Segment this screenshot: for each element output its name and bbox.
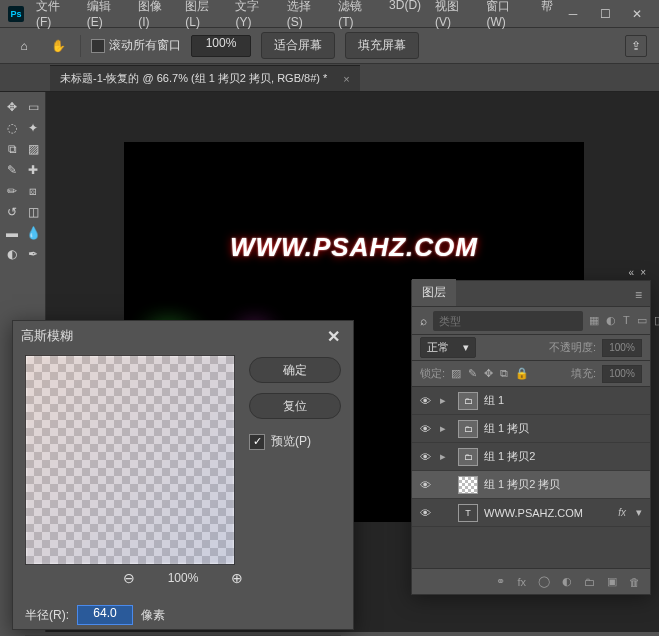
wand-tool-icon[interactable]: ✦ [24,119,42,137]
minimize-button[interactable]: ─ [559,4,587,24]
filter-type-icons[interactable]: ▦ ◐ T ▭ ◫ [589,314,659,327]
window-controls: ─ ☐ ✕ [559,4,651,24]
panel-collapse-controls[interactable]: «× [629,267,646,278]
preview-checkbox[interactable]: ✓ 预览(P) [249,433,341,450]
layer-thumbnail [458,476,478,494]
expand-icon[interactable]: ▸ [440,450,452,463]
close-button[interactable]: ✕ [623,4,651,24]
panel-menu-icon[interactable]: ≡ [627,284,650,306]
frame-tool-icon[interactable]: ▨ [24,140,42,158]
group-icon[interactable]: 🗀 [584,576,595,588]
blend-mode-select[interactable]: 正常▾ [420,337,476,358]
tab-close-icon[interactable]: × [343,73,349,85]
filter-text-icon[interactable]: T [623,314,630,327]
filter-pixel-icon[interactable]: ▦ [589,314,599,327]
filter-adjust-icon[interactable]: ◐ [606,314,616,327]
stamp-tool-icon[interactable]: ⧇ [24,182,42,200]
zoom-input[interactable]: 100% [191,35,251,57]
expand-icon[interactable]: ▸ [440,394,452,407]
maximize-button[interactable]: ☐ [591,4,619,24]
ok-button[interactable]: 确定 [249,357,341,383]
layer-filter-input[interactable] [433,311,583,331]
menu-edit[interactable]: 编辑(E) [81,0,130,33]
menu-text[interactable]: 文字(Y) [229,0,278,33]
lock-position-icon[interactable]: ✥ [484,367,493,380]
layer-row[interactable]: 👁 ▸ 🗀 组 1 [412,387,650,415]
separator [80,35,81,57]
lock-transparent-icon[interactable]: ▨ [451,367,461,380]
move-tool-icon[interactable]: ✥ [3,98,21,116]
dialog-title: 高斯模糊 [21,327,73,345]
delete-layer-icon[interactable]: 🗑 [629,576,640,588]
eraser-tool-icon[interactable]: ◫ [24,203,42,221]
eyedropper-tool-icon[interactable]: ✎ [3,161,21,179]
heal-tool-icon[interactable]: ✚ [24,161,42,179]
radius-unit: 像素 [141,607,165,624]
document-tab[interactable]: 未标题-1-恢复的 @ 66.7% (组 1 拷贝2 拷贝, RGB/8#) *… [50,65,360,91]
menu-file[interactable]: 文件(F) [30,0,79,33]
opacity-input[interactable]: 100% [602,339,642,357]
layer-name: 组 1 拷贝 [484,421,529,436]
lasso-tool-icon[interactable]: ◌ [3,119,21,137]
menu-select[interactable]: 选择(S) [281,0,330,33]
lock-pixels-icon[interactable]: ✎ [468,367,477,380]
document-tab-title: 未标题-1-恢复的 @ 66.7% (组 1 拷贝2 拷贝, RGB/8#) * [60,71,327,86]
zoom-in-icon[interactable]: ⊕ [228,569,246,587]
hand-tool-icon[interactable]: ✋ [46,34,70,58]
fill-input[interactable]: 100% [602,365,642,383]
filter-smart-icon[interactable]: ◫ [654,314,659,327]
expand-icon[interactable]: ▸ [440,422,452,435]
layer-name: WWW.PSAHZ.COM [484,507,583,519]
reset-button[interactable]: 复位 [249,393,341,419]
zoom-out-icon[interactable]: ⊖ [120,569,138,587]
layer-row[interactable]: 👁 T WWW.PSAHZ.COM fx ▾ [412,499,650,527]
fx-badge[interactable]: fx [618,507,626,518]
layer-row[interactable]: 👁 组 1 拷贝2 拷贝 [412,471,650,499]
crop-tool-icon[interactable]: ⧉ [3,140,21,158]
layer-filter-row: ⌕ ▦ ◐ T ▭ ◫ [412,307,650,335]
mask-icon[interactable]: ◯ [538,575,550,588]
layers-panel: «× 图层 ≡ ⌕ ▦ ◐ T ▭ ◫ 正常▾ 不透明度: 100% 锁定: ▨… [411,280,651,595]
scroll-all-checkbox[interactable]: 滚动所有窗口 [91,37,181,54]
menu-help[interactable]: 帮 [535,0,559,33]
visibility-icon[interactable]: 👁 [420,395,434,407]
home-icon[interactable]: ⌂ [12,34,36,58]
layers-tab[interactable]: 图层 [412,279,456,306]
filter-shape-icon[interactable]: ▭ [637,314,647,327]
new-layer-icon[interactable]: ▣ [607,575,617,588]
text-layer-icon: T [458,504,478,522]
menu-window[interactable]: 窗口(W) [480,0,533,33]
visibility-icon[interactable]: 👁 [420,479,434,491]
layer-row[interactable]: 👁 ▸ 🗀 组 1 拷贝 [412,415,650,443]
preview-thumbnail[interactable] [25,355,235,565]
menu-view[interactable]: 视图(V) [429,0,478,33]
dialog-titlebar[interactable]: 高斯模糊 ✕ [13,321,353,351]
history-brush-tool-icon[interactable]: ↺ [3,203,21,221]
fill-screen-button[interactable]: 填充屏幕 [345,32,419,59]
visibility-icon[interactable]: 👁 [420,423,434,435]
folder-icon: 🗀 [458,420,478,438]
gradient-tool-icon[interactable]: ▬ [3,224,21,242]
lock-artboard-icon[interactable]: ⧉ [500,367,508,380]
layer-fx-icon[interactable]: fx [517,576,526,588]
share-icon[interactable]: ⇪ [625,35,647,57]
link-layers-icon[interactable]: ⚭ [496,575,505,588]
radius-input[interactable]: 64.0 [77,605,133,625]
layer-row[interactable]: 👁 ▸ 🗀 组 1 拷贝2 [412,443,650,471]
menu-3d[interactable]: 3D(D) [383,0,427,33]
visibility-icon[interactable]: 👁 [420,451,434,463]
blur-tool-icon[interactable]: 💧 [24,224,42,242]
dodge-tool-icon[interactable]: ◐ [3,245,21,263]
pen-tool-icon[interactable]: ✒ [24,245,42,263]
fx-expand-icon[interactable]: ▾ [636,506,642,519]
lock-all-icon[interactable]: 🔒 [515,367,529,380]
menu-image[interactable]: 图像(I) [132,0,177,33]
menu-layer[interactable]: 图层(L) [179,0,227,33]
visibility-icon[interactable]: 👁 [420,507,434,519]
fit-screen-button[interactable]: 适合屏幕 [261,32,335,59]
marquee-tool-icon[interactable]: ▭ [24,98,42,116]
menu-filter[interactable]: 滤镜(T) [332,0,381,33]
adjustment-icon[interactable]: ◐ [562,575,572,588]
dialog-close-button[interactable]: ✕ [327,327,345,345]
brush-tool-icon[interactable]: ✏ [3,182,21,200]
